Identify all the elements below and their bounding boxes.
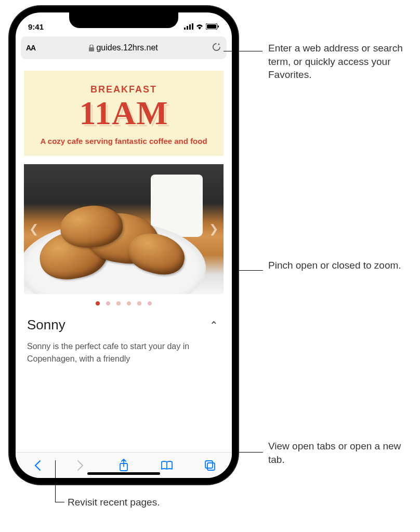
chevron-up-icon[interactable]: ⌃: [209, 319, 218, 331]
svg-rect-2: [189, 24, 191, 30]
carousel-dot[interactable]: [106, 301, 110, 305]
share-icon: [119, 459, 129, 472]
svg-rect-7: [89, 47, 94, 51]
webpage-content[interactable]: BREAKFAST 11AM A cozy cafe serving fanta…: [16, 62, 232, 452]
chevron-left-icon: [34, 460, 41, 471]
hero-time: 11AM: [33, 95, 214, 131]
share-button[interactable]: [116, 458, 132, 473]
url-text: guides.12hrs.net: [96, 43, 158, 52]
carousel-dot[interactable]: [137, 301, 141, 305]
bookmarks-button[interactable]: [159, 458, 175, 473]
svg-rect-3: [192, 23, 193, 30]
carousel-prev-button[interactable]: ❮: [26, 219, 42, 239]
signal-icon: [184, 23, 193, 30]
callout-line: [232, 452, 263, 453]
status-time: 9:41: [28, 22, 44, 31]
callout-addressbar: Enter a web address or search term, or q…: [268, 42, 420, 82]
hero-subtitle: A cozy cafe serving fantastic coffee and…: [33, 137, 214, 145]
callout-tabs: View open tabs or open a new tab.: [268, 440, 420, 466]
svg-rect-5: [207, 24, 216, 29]
reload-button[interactable]: [212, 42, 221, 54]
carousel-image: [24, 164, 224, 294]
phone-frame: 9:41 AA guides.12hrs.net BREAKFAST 11AM …: [9, 6, 238, 484]
callout-line: [224, 51, 262, 51]
hero-banner: BREAKFAST 11AM A cozy cafe serving fanta…: [24, 71, 224, 156]
svg-rect-10: [207, 463, 215, 470]
hero-label: BREAKFAST: [33, 84, 214, 95]
article: Sonny ⌃ Sonny is the perfect cafe to sta…: [16, 317, 232, 365]
callout-line: [55, 460, 56, 502]
article-title: Sonny: [27, 317, 220, 333]
notch: [69, 12, 178, 28]
wifi-icon: [195, 23, 204, 30]
svg-rect-9: [205, 461, 213, 468]
tabs-button[interactable]: [202, 458, 218, 473]
book-icon: [161, 460, 173, 471]
carousel-dot[interactable]: [127, 301, 131, 305]
svg-rect-0: [184, 28, 186, 30]
carousel-dot[interactable]: [116, 301, 121, 305]
reload-icon: [212, 42, 221, 52]
text-size-button[interactable]: AA: [26, 44, 35, 52]
carousel-dots: [16, 301, 232, 305]
article-body: Sonny is the perfect cafe to start your …: [27, 340, 220, 365]
callout-back: Revisit recent pages.: [68, 496, 160, 509]
back-button[interactable]: [30, 458, 45, 473]
carousel-dot[interactable]: [148, 301, 152, 305]
status-icons: [184, 23, 219, 30]
callout-line: [55, 502, 64, 502]
svg-rect-6: [218, 25, 219, 28]
forward-button: [73, 458, 88, 473]
tabs-icon: [204, 460, 216, 471]
callout-zoom: Pinch open or closed to zoom.: [268, 259, 401, 272]
lock-icon: [89, 45, 94, 51]
carousel-dot[interactable]: [96, 301, 100, 305]
chevron-right-icon: [77, 460, 84, 471]
svg-rect-1: [187, 26, 188, 30]
home-indicator[interactable]: [87, 472, 160, 475]
address-bar[interactable]: AA guides.12hrs.net: [21, 36, 227, 59]
battery-icon: [206, 23, 219, 30]
url-field[interactable]: guides.12hrs.net: [38, 43, 208, 52]
callout-line: [235, 270, 263, 271]
carousel-next-button[interactable]: ❯: [206, 219, 221, 239]
image-carousel[interactable]: ❮ ❯: [24, 164, 224, 294]
